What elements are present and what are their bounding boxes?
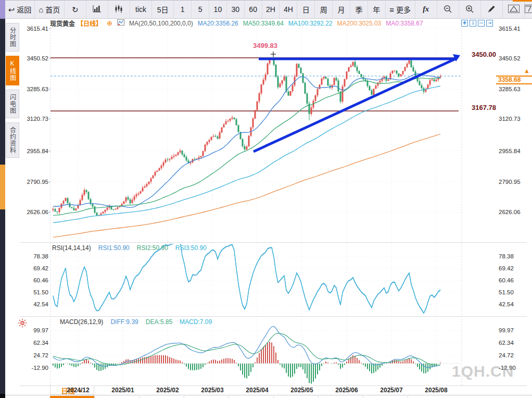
- macd-settings-icon[interactable]: [18, 318, 27, 330]
- price-axis-label: 3450.52: [27, 55, 48, 61]
- x-axis-label: 2025/08: [420, 387, 453, 394]
- price-axis-label: 42.54: [33, 301, 48, 307]
- price-axis-label: 3120.73: [499, 116, 521, 122]
- bottom-tab[interactable]: [408, 396, 453, 398]
- price-axis-label: 3285.63: [499, 86, 521, 92]
- price-axis-label: 2626.06: [27, 209, 48, 215]
- macd-macd-value: MACD:7.09: [180, 318, 212, 326]
- resistance-price-label: 3450.00: [462, 51, 496, 58]
- x-axis-label: 2025/02: [151, 387, 184, 394]
- price-axis-label: 42.54: [499, 301, 514, 307]
- watermark: 1QH.CN: [452, 363, 514, 380]
- price-axis-label: 69.42: [499, 265, 514, 271]
- rsi1-value: RSI1:50.90: [98, 244, 130, 252]
- macd-title: MACD(26,12,9): [60, 318, 103, 326]
- chart-header: 现货黄金 【日线】 ⊕ MA(20,50,100,200,0,0) MA20:3…: [50, 19, 423, 27]
- macd-diff-value: DIFF:9.39: [110, 318, 138, 326]
- price-axis-label: 99.97: [33, 327, 48, 333]
- x-axis-label: 2025/05: [285, 387, 319, 394]
- x-axis-label: 2025/03: [196, 387, 229, 394]
- price-axis-label: 2790.95: [27, 179, 48, 185]
- rsi-title: RSI(14,14,14): [52, 244, 91, 252]
- price-axis-label: 3615.41: [27, 26, 48, 32]
- rsi3-value: RSI3:50.90: [175, 244, 207, 252]
- price-axis-label: 24.72: [499, 352, 514, 358]
- chart-scale-tools: ✚ ⇫ ⇨ ⇥: [461, 20, 493, 27]
- price-axis-label: 99.97: [499, 327, 514, 333]
- ma50-value: MA50:3349.64: [243, 20, 284, 27]
- price-axis-label: 3120.73: [27, 116, 48, 122]
- price-up-arrow-icon: ▲: [524, 67, 530, 74]
- symbol-name: 现货黄金: [50, 19, 75, 28]
- bottom-tab[interactable]: [139, 396, 184, 398]
- x-axis-label: 2025/07: [375, 387, 408, 394]
- add-indicator-icon[interactable]: ⊕: [107, 19, 112, 27]
- ma100-value: MA100:3292.22: [288, 20, 333, 27]
- price-axis-label: 2790.95: [499, 179, 521, 185]
- price-axis-label: 78.38: [499, 253, 514, 259]
- price-axis-label: 24.72: [33, 352, 48, 358]
- rsi-header: RSI(14,14,14) RSI1:50.90 RSI2:50.90 RSI3…: [52, 244, 207, 252]
- macd-dea-value: DEA:5.85: [146, 318, 172, 326]
- x-axis-label: 2024/12: [61, 387, 95, 394]
- last-price-badge: 3358.68: [496, 76, 532, 84]
- ma0-value: MA0:3358.67: [386, 20, 423, 27]
- price-axis-label: -12.90: [31, 365, 48, 371]
- price-axis-label: 51.50: [499, 289, 514, 295]
- bottom-tab[interactable]: [94, 396, 140, 398]
- crosshair-icon[interactable]: ✚: [461, 20, 468, 27]
- price-axis-label: 3450.52: [499, 55, 521, 61]
- price-axis-label: 2626.06: [499, 209, 521, 215]
- rsi2-value: RSI2:50.90: [137, 244, 168, 252]
- price-axis-label: 78.38: [33, 253, 48, 259]
- ma-formula: MA(20,50,100,200,0,0): [129, 20, 193, 27]
- price-axis-label: 3615.41: [499, 26, 521, 32]
- support-price-label: 3167.78: [462, 104, 496, 111]
- price-axis-label: 60.46: [33, 277, 48, 283]
- bottom-tab[interactable]: [318, 396, 363, 398]
- price-axis-label: 2955.84: [499, 148, 521, 154]
- price-axis-label: 62.34: [33, 340, 48, 346]
- price-axis-label: 69.42: [33, 265, 48, 271]
- trading-app-window: ↩ 返回 ⌂ 首页 ↻ tick 5日 1 5 10 30 60 2H 4H 日…: [0, 0, 532, 398]
- x-axis-labels: 2024/122025/012025/022025/032025/042025/…: [0, 387, 532, 394]
- peak-price-label: 3499.83: [253, 42, 277, 49]
- bottom-tab[interactable]: [363, 396, 408, 398]
- price-axis-label: 60.46: [499, 277, 514, 283]
- bottom-tab-active[interactable]: [50, 396, 94, 398]
- x-axis-label: 2025/06: [330, 387, 363, 394]
- bottom-tab[interactable]: [184, 396, 229, 398]
- pan-right-icon[interactable]: ⇥: [486, 20, 493, 27]
- bottom-tab[interactable]: [273, 396, 319, 398]
- bottom-partial-tab-row: [5, 395, 532, 398]
- scale-x-axis-icon[interactable]: ⇨: [478, 20, 485, 27]
- macd-header: MACD(26,12,9) DIFF:9.39 DEA:5.85 MACD:7.…: [60, 318, 212, 326]
- ma200-value: MA200:3025.03: [337, 20, 382, 27]
- period-tag: 【日线】: [77, 19, 102, 28]
- price-axis-label: 51.50: [33, 289, 48, 295]
- price-axis-label: 3285.63: [27, 86, 48, 92]
- chart-canvas[interactable]: 3615.413615.413450.523450.523285.633285.…: [0, 0, 532, 398]
- price-axis-label: 2955.84: [27, 148, 48, 154]
- ma20-value: MA20:3356.26: [198, 20, 238, 27]
- ma-settings-icon[interactable]: [117, 19, 124, 27]
- price-axis-label: 62.34: [499, 340, 514, 346]
- scale-y-axis-icon[interactable]: ⇫: [470, 20, 476, 27]
- x-axis-label: 2025/04: [240, 387, 274, 394]
- x-axis-label: 2025/01: [106, 387, 140, 394]
- bottom-tab[interactable]: [229, 396, 274, 398]
